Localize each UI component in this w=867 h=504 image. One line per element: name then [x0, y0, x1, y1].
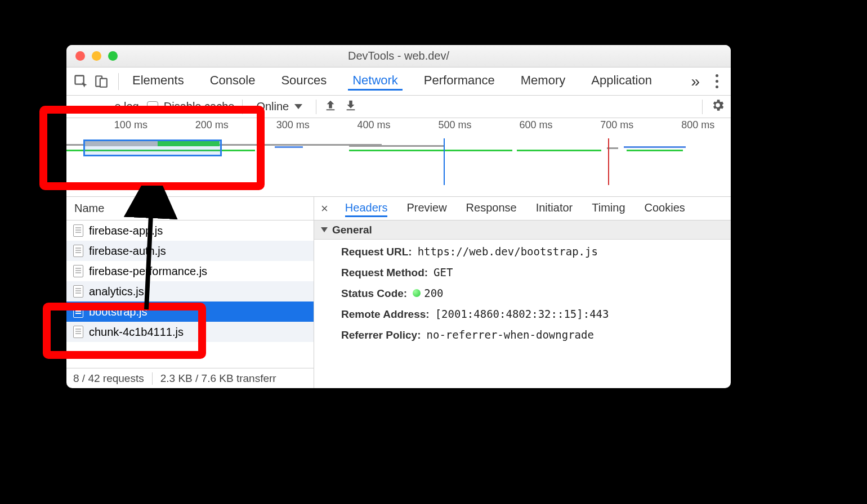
timeline-tick: 600 ms [519, 119, 552, 131]
file-icon [73, 285, 83, 298]
traffic-lights [66, 51, 118, 61]
timeline-tick: 400 ms [357, 119, 391, 131]
kv-request-method: Request Method:GET [341, 266, 714, 279]
file-icon [73, 265, 83, 277]
request-name: firebase-auth.js [89, 245, 166, 258]
load-line [608, 138, 609, 185]
device-toggle-icon[interactable] [93, 74, 109, 89]
panel-tab-performance[interactable]: Performance [419, 72, 499, 91]
detail-tab-headers[interactable]: Headers [345, 200, 388, 217]
status-dot-icon [413, 289, 421, 297]
network-settings-icon[interactable] [710, 98, 725, 115]
kv-referrer-policy: Referrer Policy:no-referrer-when-downgra… [341, 328, 714, 341]
panel-tab-sources[interactable]: Sources [276, 72, 331, 91]
panel-tabbar: ElementsConsoleSourcesNetworkPerformance… [66, 68, 731, 96]
tab-overflow-button[interactable]: » [685, 73, 705, 91]
svg-rect-2 [100, 78, 107, 87]
request-row[interactable]: firebase-performance.js [66, 261, 314, 281]
timeline-selection[interactable] [83, 140, 222, 156]
panel-tab-application[interactable]: Application [587, 72, 656, 91]
throttling-value: Online [256, 100, 289, 113]
file-icon [73, 245, 83, 257]
panel-tab-console[interactable]: Console [205, 72, 260, 91]
toolbar-sep-3 [702, 100, 703, 114]
column-header-name[interactable]: Name [66, 197, 314, 220]
network-toolbar: pad e log Disable cache Online [66, 96, 731, 118]
request-row[interactable]: bootstrap.js [66, 302, 314, 322]
timeline-tick: 700 ms [600, 119, 633, 131]
disable-cache-label: Disable cache [164, 100, 235, 113]
request-count: 8 / 42 requests [73, 372, 144, 385]
request-detail-pane: × HeadersPreviewResponseInitiatorTimingC… [314, 197, 731, 388]
toolbar-sep [242, 100, 243, 114]
request-row[interactable]: analytics.js [66, 281, 314, 302]
request-name: analytics.js [89, 285, 144, 298]
kv-status-code: Status Code:200 [341, 287, 714, 300]
preserve-log-label-fragment: e log [114, 100, 138, 113]
request-list[interactable]: firebase-app.jsfirebase-auth.jsfirebase-… [66, 220, 314, 368]
panel-tab-elements[interactable]: Elements [128, 72, 189, 91]
detail-tab-response[interactable]: Response [466, 200, 517, 217]
file-icon [73, 326, 83, 338]
panel-tab-memory[interactable]: Memory [516, 72, 570, 91]
request-row[interactable]: firebase-auth.js [66, 241, 314, 261]
domcontentloaded-line [444, 138, 445, 185]
kv-remote-address: Remote Address:[2001:4860:4802:32::15]:4… [341, 308, 714, 321]
chevron-down-icon [294, 104, 302, 109]
window-title: DevTools - web.dev/ [66, 50, 731, 62]
disable-cache-checkbox[interactable] [147, 101, 158, 112]
upload-har-icon[interactable] [324, 99, 337, 115]
inspect-element-icon[interactable] [73, 74, 89, 89]
kv-request-url: Request URL:https://web.dev/bootstrap.js [341, 245, 714, 258]
status-bar: 8 / 42 requests 2.3 KB / 7.6 KB transfer… [66, 368, 314, 388]
network-body: Name firebase-app.jsfirebase-auth.jsfire… [66, 197, 731, 388]
devtools-menu-button[interactable] [710, 74, 724, 88]
tabbar-separator [118, 73, 119, 90]
headers-general-values: Request URL:https://web.dev/bootstrap.js… [314, 240, 731, 348]
request-row[interactable]: chunk-4c1b4111.js [66, 322, 314, 342]
timeline-overview[interactable]: 100 ms200 ms300 ms400 ms500 ms600 ms700 … [66, 118, 731, 197]
toolbar-sep-2 [316, 100, 316, 114]
close-window-button[interactable] [75, 51, 85, 61]
detail-tab-initiator[interactable]: Initiator [536, 200, 573, 217]
throttling-selector[interactable]: Online [251, 100, 308, 113]
detail-tabbar: × HeadersPreviewResponseInitiatorTimingC… [314, 197, 731, 220]
detail-tab-timing[interactable]: Timing [592, 200, 625, 217]
headers-general-section[interactable]: General [314, 220, 731, 240]
request-name: firebase-app.js [89, 224, 163, 237]
file-icon [73, 305, 83, 318]
request-list-pane: Name firebase-app.jsfirebase-auth.jsfire… [66, 197, 314, 388]
detail-tab-preview[interactable]: Preview [406, 200, 446, 217]
section-title: General [332, 224, 372, 236]
timeline-tick: 800 ms [681, 119, 714, 131]
panel-tab-network[interactable]: Network [348, 72, 403, 91]
request-row[interactable]: firebase-app.js [66, 220, 314, 241]
timeline-tick: 200 ms [195, 119, 229, 131]
request-name: bootstrap.js [89, 305, 147, 318]
disclosure-triangle-icon [321, 227, 328, 232]
request-name: chunk-4c1b4111.js [89, 326, 184, 339]
download-har-icon[interactable] [345, 99, 357, 115]
timeline-tick: 100 ms [114, 119, 148, 131]
close-detail-button[interactable]: × [320, 201, 329, 216]
svg-rect-4 [347, 109, 355, 110]
request-name: firebase-performance.js [89, 265, 207, 278]
minimize-window-button[interactable] [92, 51, 101, 61]
timeline-tick: 500 ms [438, 119, 471, 131]
timeline-tick: 300 ms [276, 119, 310, 131]
devtools-window: DevTools - web.dev/ ElementsConsoleSourc… [66, 45, 731, 388]
file-icon [73, 224, 83, 237]
transfer-size: 2.3 KB / 7.6 KB transferr [160, 372, 276, 385]
titlebar: DevTools - web.dev/ [66, 45, 731, 68]
detail-tab-cookies[interactable]: Cookies [645, 200, 685, 217]
svg-rect-3 [327, 109, 335, 110]
zoom-window-button[interactable] [108, 51, 118, 61]
